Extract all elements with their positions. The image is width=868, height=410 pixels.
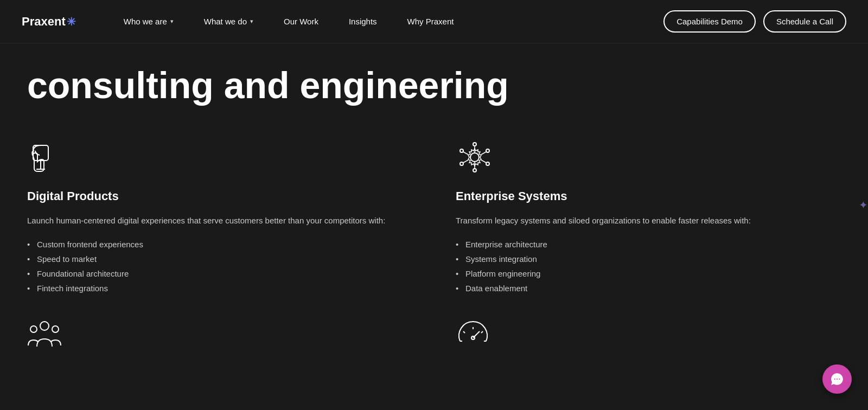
nav-item-why-praxent[interactable]: Why Praxent: [392, 0, 469, 43]
svg-point-6: [460, 162, 463, 165]
svg-point-7: [460, 149, 463, 152]
svg-line-10: [481, 160, 486, 163]
nav-links: Who we are ▾ What we do ▾ Our Work Insig…: [108, 0, 663, 43]
main-content: consulting and engineering Digital Produ…: [0, 43, 868, 385]
logo[interactable]: Praxent✳: [22, 15, 76, 29]
digital-products-description: Launch human-centered digital experience…: [27, 214, 412, 227]
svg-line-9: [481, 152, 486, 155]
list-item: Speed to market: [27, 252, 412, 266]
enterprise-systems-icon: [456, 138, 494, 176]
svg-line-22: [463, 331, 465, 333]
list-item: Enterprise architecture: [456, 237, 841, 252]
schedule-call-button[interactable]: Schedule a Call: [763, 10, 846, 33]
service-card-digital-products: Digital Products Launch human-centered d…: [27, 138, 412, 296]
nav-cta-group: Capabilities Demo Schedule a Call: [663, 10, 846, 33]
logo-text: Praxent: [22, 15, 66, 29]
services-grid: Digital Products Launch human-centered d…: [27, 138, 841, 296]
team-icon-container: [27, 317, 412, 352]
list-item: Systems integration: [456, 252, 841, 266]
nav-item-who-we-are[interactable]: Who we are ▾: [108, 0, 189, 43]
chevron-down-icon: ▾: [250, 18, 253, 25]
svg-point-4: [486, 162, 489, 165]
nav-item-our-work[interactable]: Our Work: [269, 0, 334, 43]
capabilities-demo-button[interactable]: Capabilities Demo: [663, 10, 756, 33]
list-item: Custom frontend experiences: [27, 237, 412, 252]
nav-item-insights[interactable]: Insights: [334, 0, 392, 43]
enterprise-systems-description: Transform legacy systems and siloed orga…: [456, 214, 841, 227]
svg-line-23: [481, 331, 483, 333]
speedometer-icon-container: [456, 317, 841, 352]
enterprise-systems-list: Enterprise architecture Systems integrat…: [456, 237, 841, 296]
chat-bubble-button[interactable]: [822, 364, 852, 394]
page-title: consulting and engineering: [27, 65, 841, 106]
svg-point-24: [834, 379, 835, 380]
svg-point-3: [486, 149, 489, 152]
list-item: Fintech integrations: [27, 281, 412, 296]
digital-products-list: Custom frontend experiences Speed to mar…: [27, 237, 412, 296]
side-sparkle-icon: ✦: [859, 198, 868, 212]
digital-products-title: Digital Products: [27, 189, 412, 203]
logo-icon: ✳: [67, 15, 76, 28]
service-card-enterprise-systems: Enterprise Systems Transform legacy syst…: [456, 138, 841, 296]
digital-products-icon: [27, 138, 65, 176]
svg-point-15: [30, 326, 37, 332]
team-icon: [27, 317, 62, 352]
svg-point-25: [837, 379, 838, 380]
svg-line-12: [463, 160, 468, 163]
nav-item-what-we-do[interactable]: What we do ▾: [189, 0, 269, 43]
speedometer-icon: [456, 317, 490, 352]
chat-icon: [830, 372, 844, 386]
enterprise-systems-title: Enterprise Systems: [456, 189, 841, 203]
list-item: Data enablement: [456, 281, 841, 296]
svg-point-1: [470, 153, 479, 162]
svg-line-13: [463, 152, 468, 155]
svg-point-26: [839, 379, 840, 380]
svg-point-5: [473, 169, 476, 172]
chevron-down-icon: ▾: [170, 18, 174, 25]
navbar: Praxent✳ Who we are ▾ What we do ▾ Our W…: [0, 0, 868, 43]
svg-point-16: [52, 326, 59, 332]
list-item: Platform engineering: [456, 266, 841, 281]
list-item: Foundational architecture: [27, 266, 412, 281]
svg-point-2: [473, 143, 476, 146]
svg-point-14: [40, 322, 49, 330]
bottom-icon-row: [27, 317, 841, 352]
